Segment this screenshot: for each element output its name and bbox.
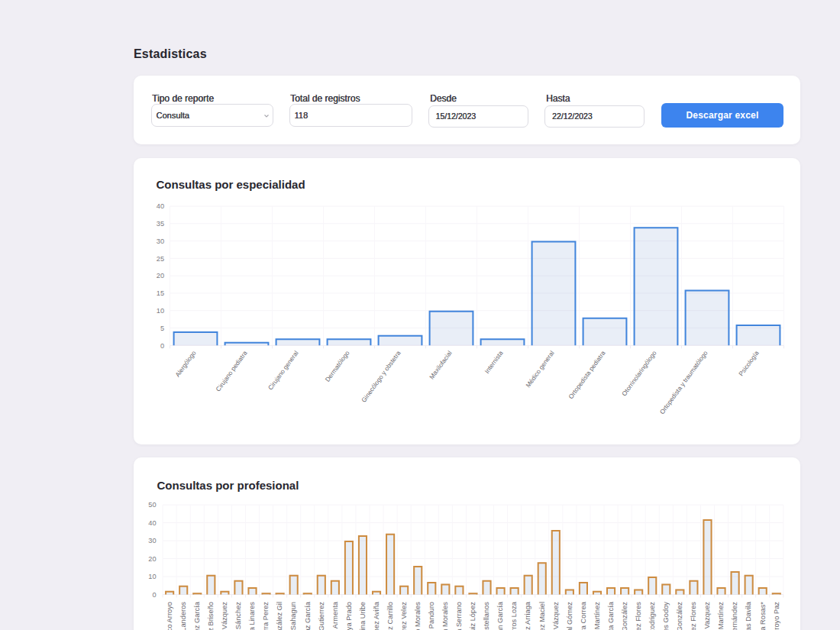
svg-text:30: 30 bbox=[148, 537, 156, 544]
svg-text:20: 20 bbox=[148, 554, 156, 562]
svg-text:Romero Morales: Romero Morales bbox=[414, 601, 422, 630]
svg-text:35: 35 bbox=[157, 220, 164, 228]
svg-text:Ginecólogo y obstetra: Ginecólogo y obstetra bbox=[360, 349, 402, 403]
svg-text:Gil Martínez: Gil Martínez bbox=[593, 601, 601, 630]
svg-text:Rodriguez: Rodriguez bbox=[648, 601, 656, 630]
svg-text:Cruz Carrillo: Cruz Carrillo bbox=[386, 602, 394, 630]
svg-text:Ortopedista pediatra: Ortopedista pediatra bbox=[567, 349, 607, 400]
svg-text:Luna Vázquez: Luna Vázquez bbox=[552, 601, 560, 630]
svg-text:Mora Armenta: Mora Armenta bbox=[331, 601, 339, 630]
svg-text:Ruiz Panduro: Ruiz Panduro bbox=[428, 602, 435, 630]
svg-text:10: 10 bbox=[157, 307, 164, 315]
svg-text:Medina Uribe: Medina Uribe bbox=[359, 602, 367, 630]
svg-text:Médico general: Médico general bbox=[524, 349, 556, 389]
svg-text:Ortiz Vazquez: Ortiz Vazquez bbox=[703, 601, 711, 630]
svg-text:Barros Loza: Barros Loza bbox=[510, 601, 518, 630]
svg-text:Francisco Arroyo: Francisco Arroyo bbox=[166, 602, 173, 630]
svg-text:Luna Sánchez: Luna Sánchez bbox=[234, 601, 242, 630]
svg-text:Urbina Linares: Urbina Linares bbox=[248, 601, 256, 630]
svg-text:Peralta García: Peralta García bbox=[607, 601, 615, 630]
svg-text:Ramírez Maciel: Ramírez Maciel bbox=[538, 602, 546, 630]
svg-text:Guzmán García: Guzmán García bbox=[496, 601, 504, 630]
svg-text:Otorrinolaringólogo: Otorrinolaringólogo bbox=[620, 349, 658, 397]
svg-text:Rivera Correa: Rivera Correa bbox=[580, 601, 587, 630]
svg-text:Internista: Internista bbox=[483, 349, 504, 375]
svg-text:González Gil: González Gil bbox=[276, 602, 283, 630]
svg-text:Cirujano pediatra: Cirujano pediatra bbox=[214, 349, 248, 393]
svg-text:Gómez Flores: Gómez Flores bbox=[690, 601, 697, 630]
svg-text:Díaz García: Díaz García bbox=[304, 601, 312, 630]
svg-text:Rojas Davila: Rojas Davila bbox=[745, 601, 752, 630]
svg-text:Arroyo Paz: Arroyo Paz bbox=[773, 601, 780, 630]
svg-text:15: 15 bbox=[157, 289, 164, 297]
svg-text:Mejía Serrano: Mejía Serrano bbox=[455, 602, 463, 630]
svg-text:Pérez González: Pérez González bbox=[676, 601, 683, 630]
svg-text:Maxilofacial: Maxilofacial bbox=[428, 349, 454, 380]
svg-text:Lara González: Lara González bbox=[621, 601, 628, 630]
svg-text:Ortopedista y traumatólogo: Ortopedista y traumatólogo bbox=[658, 349, 709, 415]
svg-text:Psicología: Psicología bbox=[737, 349, 761, 377]
svg-text:Juárez García: Juárez García bbox=[193, 601, 201, 630]
svg-text:40: 40 bbox=[148, 519, 156, 526]
svg-text:Castellanos: Castellanos bbox=[483, 601, 490, 630]
svg-text:Vidal Gómez: Vidal Gómez bbox=[566, 601, 573, 630]
svg-text:10: 10 bbox=[148, 573, 156, 580]
svg-text:30: 30 bbox=[157, 237, 164, 245]
svg-text:Maria Landeros: Maria Landeros bbox=[179, 601, 187, 630]
svg-text:Ibarra Perez: Ibarra Perez bbox=[262, 601, 270, 630]
svg-text:50: 50 bbox=[148, 501, 156, 509]
svg-text:Ochoa Rosas*: Ochoa Rosas* bbox=[759, 601, 767, 630]
svg-text:Vega Gutierrez: Vega Gutierrez bbox=[318, 601, 325, 630]
svg-text:Dermatólogo: Dermatólogo bbox=[324, 349, 351, 383]
svg-text:Anaya Prado: Anaya Prado bbox=[345, 602, 353, 630]
svg-text:0: 0 bbox=[160, 342, 164, 350]
svg-text:Gómez Aviña: Gómez Aviña bbox=[373, 601, 380, 630]
svg-text:Ruiz López: Ruiz López bbox=[469, 601, 477, 630]
svg-text:40: 40 bbox=[157, 202, 164, 210]
svg-text:León Morales: León Morales bbox=[441, 601, 449, 630]
svg-text:Hernández: Hernández bbox=[731, 601, 738, 630]
svg-text:5: 5 bbox=[160, 325, 164, 332]
svg-text:25: 25 bbox=[157, 255, 164, 263]
svg-text:20: 20 bbox=[157, 272, 164, 279]
svg-text:Cirujano general: Cirujano general bbox=[267, 349, 300, 391]
svg-text:Chávez Flores: Chávez Flores bbox=[635, 601, 642, 630]
svg-text:Soto Vázquez: Soto Vázquez bbox=[221, 601, 228, 630]
svg-text:Rios Sahagun: Rios Sahagun bbox=[289, 602, 297, 630]
svg-text:Pérez Velez: Pérez Velez bbox=[400, 601, 408, 630]
svg-text:López Briseño: López Briseño bbox=[207, 602, 215, 630]
svg-text:Alergólogo: Alergólogo bbox=[173, 349, 198, 378]
svg-text:Gómez Arriaga: Gómez Arriaga bbox=[524, 601, 531, 630]
svg-text:0: 0 bbox=[152, 590, 156, 598]
svg-text:Gil Martínez: Gil Martínez bbox=[717, 601, 725, 630]
svg-text:Torres Godoy: Torres Godoy bbox=[662, 601, 670, 630]
